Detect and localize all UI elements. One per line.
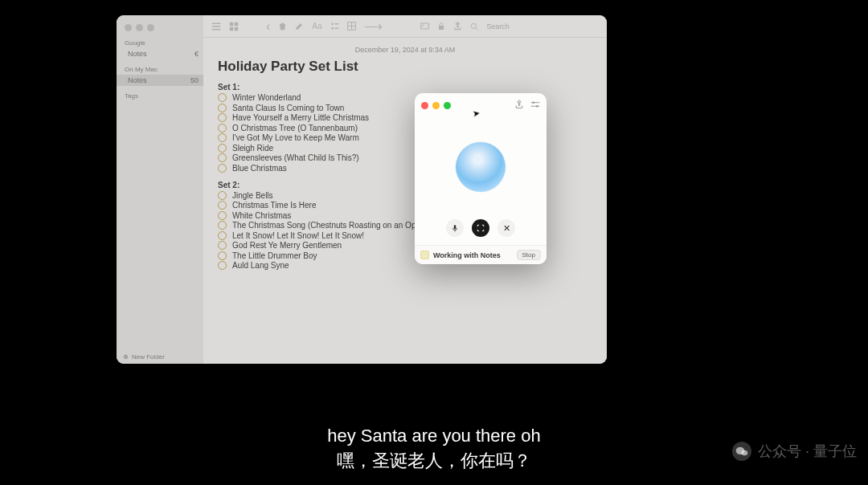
checklist-item-text: The Christmas Song (Chestnuts Roasting o… — [232, 221, 420, 230]
close-window-icon[interactable] — [125, 24, 132, 31]
cancel-button[interactable]: ✕ — [497, 219, 515, 237]
checkbox-icon[interactable] — [218, 241, 227, 250]
note-date: December 19, 2024 at 9:34 AM — [218, 46, 592, 54]
new-folder-button[interactable]: ⊕ New Folder — [123, 353, 165, 361]
note-title: Holiday Party Set List — [218, 59, 592, 75]
svg-rect-14 — [421, 23, 429, 29]
assistant-controls: ✕ — [415, 216, 547, 245]
checkbox-icon[interactable] — [218, 211, 227, 220]
assistant-window: ✕ Working with Notes Stop — [415, 93, 547, 264]
capture-icon — [477, 224, 485, 232]
checkbox-icon[interactable] — [218, 153, 227, 162]
svg-point-7 — [331, 22, 334, 25]
checkbox-icon[interactable] — [218, 191, 227, 200]
assistant-titlebar — [415, 93, 547, 117]
checkbox-icon[interactable] — [218, 133, 227, 142]
checkbox-icon[interactable] — [218, 113, 227, 122]
list-view-icon[interactable] — [211, 22, 221, 31]
settings-icon[interactable] — [530, 98, 540, 112]
sidebar-item-badge: € — [194, 50, 199, 58]
search-icon[interactable] — [470, 22, 478, 31]
maximize-window-icon[interactable] — [147, 24, 154, 31]
checkbox-icon[interactable] — [218, 261, 227, 270]
checkbox-icon[interactable] — [218, 231, 227, 240]
checklist-item-text: Winter Wonderland — [232, 93, 301, 102]
table-icon[interactable] — [347, 22, 356, 31]
svg-rect-4 — [235, 22, 239, 26]
checkbox-icon[interactable] — [218, 93, 227, 102]
checkbox-icon[interactable] — [218, 144, 227, 153]
notes-app-icon — [420, 251, 429, 259]
plus-circle-icon: ⊕ — [123, 353, 129, 361]
share-icon[interactable] — [514, 98, 524, 112]
wechat-icon — [732, 442, 751, 461]
sidebar-item-local-notes[interactable]: Notes 50 — [117, 75, 203, 86]
checkbox-icon[interactable] — [218, 124, 227, 132]
svg-point-17 — [472, 23, 477, 28]
grid-view-icon[interactable] — [229, 22, 239, 31]
link-icon[interactable]: ⟶ — [364, 18, 383, 34]
notes-sidebar: Google Notes € On My Mac Notes 50 Tags ⊕… — [117, 15, 203, 364]
checklist-item-text: Have Yourself a Merry Little Christmas — [232, 113, 369, 122]
search-placeholder[interactable]: Search — [486, 22, 510, 31]
compose-icon[interactable] — [295, 22, 304, 31]
checkbox-icon[interactable] — [218, 164, 227, 173]
checklist-item-text: Greensleeves (What Child Is This?) — [232, 153, 359, 162]
sidebar-section-onmymac: On My Mac — [117, 64, 203, 75]
sidebar-section-tags: Tags — [117, 91, 203, 101]
microphone-button[interactable] — [446, 219, 464, 237]
minimize-window-icon[interactable] — [136, 24, 143, 31]
checkbox-icon[interactable] — [218, 201, 227, 210]
svg-line-18 — [476, 27, 478, 30]
share-icon[interactable] — [453, 22, 462, 31]
svg-rect-1 — [212, 26, 221, 27]
close-window-icon[interactable] — [421, 102, 428, 109]
svg-point-9 — [331, 27, 334, 30]
checklist-item-text: God Rest Ye Merry Gentlemen — [232, 241, 342, 250]
checklist-item-text: Auld Lang Syne — [232, 261, 289, 270]
checklist-icon[interactable] — [330, 22, 339, 31]
assistant-status-bar: Working with Notes Stop — [415, 245, 547, 264]
checkbox-icon[interactable] — [218, 104, 227, 112]
status-text: Working with Notes — [433, 251, 501, 259]
font-icon[interactable]: Aa — [312, 22, 321, 31]
checklist-item-text: Sleigh Ride — [232, 144, 273, 153]
sidebar-item-label: Notes — [128, 76, 147, 84]
checklist-item-text: The Little Drummer Boy — [232, 251, 317, 260]
capture-button[interactable] — [472, 219, 489, 237]
sidebar-item-badge: 50 — [190, 76, 199, 84]
checklist-item-text: Jingle Bells — [232, 191, 273, 200]
checklist-item-text: White Christmas — [232, 211, 291, 220]
checkbox-icon[interactable] — [218, 251, 227, 260]
window-traffic-lights[interactable] — [117, 19, 203, 38]
maximize-window-icon[interactable] — [444, 102, 451, 109]
checklist-item-text: Santa Claus Is Coming to Town — [232, 104, 344, 112]
svg-rect-0 — [212, 22, 221, 24]
checklist-item-text: O Christmas Tree (O Tannenbaum) — [232, 124, 358, 132]
voice-orb-icon — [456, 142, 506, 192]
svg-point-25 — [741, 450, 747, 456]
sidebar-item-google-notes[interactable]: Notes € — [117, 48, 203, 59]
checkbox-icon[interactable] — [218, 221, 227, 230]
sidebar-section-google: Google — [117, 38, 203, 48]
back-icon[interactable]: ‹ — [266, 19, 270, 34]
new-folder-label: New Folder — [132, 353, 165, 361]
microphone-icon — [451, 224, 459, 232]
trash-icon[interactable] — [278, 22, 287, 31]
notes-toolbar: ‹ Aa ⟶ Search — [203, 15, 607, 38]
svg-point-15 — [423, 25, 424, 26]
sidebar-item-label: Notes — [128, 50, 147, 58]
assistant-traffic-lights[interactable] — [421, 102, 451, 109]
lock-icon[interactable] — [437, 22, 445, 31]
stop-button[interactable]: Stop — [517, 250, 541, 260]
checklist-item-text: Blue Christmas — [232, 164, 287, 173]
svg-rect-5 — [230, 26, 234, 31]
svg-rect-6 — [235, 26, 239, 31]
svg-rect-10 — [334, 28, 338, 29]
minimize-window-icon[interactable] — [432, 102, 440, 109]
watermark-text: 公众号 · 量子位 — [758, 442, 857, 461]
svg-rect-8 — [334, 23, 338, 24]
media-icon[interactable] — [420, 22, 429, 31]
svg-rect-23 — [454, 225, 457, 229]
watermark: 公众号 · 量子位 — [732, 442, 857, 461]
